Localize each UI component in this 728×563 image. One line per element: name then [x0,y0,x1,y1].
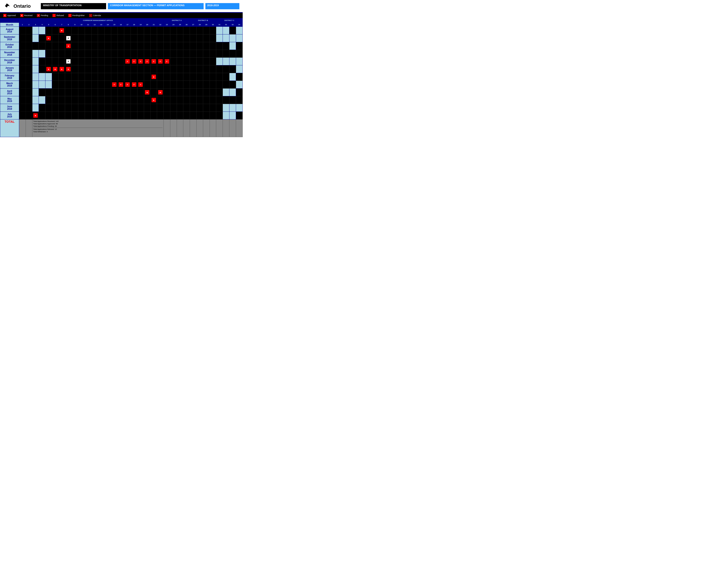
cell-jan-4 [39,65,45,73]
cell-nov-30 [210,50,216,58]
cell-nov-13 [98,50,105,58]
cell-sep-10 [78,34,85,42]
cell-jan-19 [137,65,144,73]
cell-nov-22 [157,50,164,58]
cell-sep-24 [170,34,177,42]
row-feb2019: February2019 [0,73,243,81]
cell-mar-16: F [118,81,124,88]
cell-dec-20: F [144,58,150,65]
cell-jul-22 [157,112,164,119]
cell-jun-29 [203,104,210,112]
cell-may-2 [26,96,32,104]
cell-jan-31 [216,65,223,73]
cell-may-25 [177,96,183,104]
col-h-23: 23 [164,23,170,27]
cell-dec-28 [197,58,203,65]
col-h-34: 34 [236,23,242,27]
cell-aug-18 [131,27,137,34]
cell-oct-1 [19,42,26,50]
cell-dec-13 [98,58,105,65]
cell-dec-7 [58,58,65,65]
total-cell-db1 [190,119,197,137]
col-h-12: 12 [91,23,98,27]
cell-feb-32 [223,73,229,81]
cell-nov-21 [150,50,157,58]
cell-feb-29 [203,73,210,81]
cell-may-17 [124,96,131,104]
total-line1: Total Applications Received: 142 [33,120,163,122]
badge-dec-17: F [125,59,130,64]
cell-feb-13 [98,73,105,81]
badge-mar-19: F [138,82,143,87]
cell-jun-4 [39,104,45,112]
title-part3: 2018-2019 [205,3,239,9]
cell-jul-33 [229,112,236,119]
total-cell-db2 [197,119,203,137]
legend-item-pending2: ← Pending/other [68,14,85,17]
month-label-feb2019: February2019 [0,73,19,81]
cell-nov-34 [236,50,242,58]
cell-jul-31 [216,112,223,119]
cell-jun-26 [183,104,190,112]
logo-text: Ontario [13,3,31,9]
cell-jun-16 [118,104,124,112]
cell-oct-12 [91,42,98,50]
cell-may-33 [229,96,236,104]
total-line3: Total Applications Pending: 28 [33,125,163,128]
cell-may-16 [118,96,124,104]
col-h-32: 32 [223,23,229,27]
cell-dec-19: F [137,58,144,65]
cell-oct-18 [131,42,137,50]
cell-sep-16 [118,34,124,42]
cell-may-22 [157,96,164,104]
cell-aug-24 [170,27,177,34]
cell-jul-27 [190,112,197,119]
cell-nov-17 [124,50,131,58]
cell-jul-25 [177,112,183,119]
cell-aug-28 [197,27,203,34]
cell-jan-32 [223,65,229,73]
cell-aug-22 [157,27,164,34]
cell-aug-19 [137,27,144,34]
col-group-district-a: DISTRICT A [164,18,190,23]
cell-apr-18 [131,88,137,96]
cell-jul-2 [26,112,32,119]
badge-may-21: ■ [152,98,156,102]
row-jan2019: January2019 ■ ■ ■ ■ [0,65,243,73]
cell-nov-14 [105,50,111,58]
cell-sep-34 [236,34,242,42]
month-label-jan2019: January2019 [0,65,19,73]
cell-oct-31 [216,42,223,50]
cell-aug-31 [216,27,223,34]
cell-dec-24 [170,58,177,65]
month-label-oct2018: October2018 [0,42,19,50]
cell-jun-13 [98,104,105,112]
col-h-25: 25 [177,23,183,27]
cell-aug-15 [111,27,118,34]
row-sep2018: September2018 ■ 6 [0,34,243,42]
cell-apr-9 [72,88,78,96]
month-label-jun2019: June2019 [0,104,19,112]
month-label-jul2019: July2019 [0,112,19,119]
cell-nov-8 [65,50,72,58]
cell-may-6 [52,96,58,104]
cell-jun-33 [229,104,236,112]
cell-oct-29 [203,42,210,50]
cell-jul-5 [45,112,52,119]
cell-apr-30 [210,88,216,96]
cell-apr-24 [170,88,177,96]
cell-aug-9 [72,27,78,34]
cell-jun-14 [105,104,111,112]
cell-apr-29 [203,88,210,96]
cell-sep-29 [203,34,210,42]
cell-jul-28 [197,112,203,119]
cell-aug-5 [45,27,52,34]
cell-may-9 [72,96,78,104]
cell-jul-10 [78,112,85,119]
cell-nov-15 [111,50,118,58]
cell-jun-24 [170,104,177,112]
cell-dec-27 [190,58,197,65]
cell-sep-21 [150,34,157,42]
col-group-blank1 [19,18,32,23]
cell-nov-28 [197,50,203,58]
